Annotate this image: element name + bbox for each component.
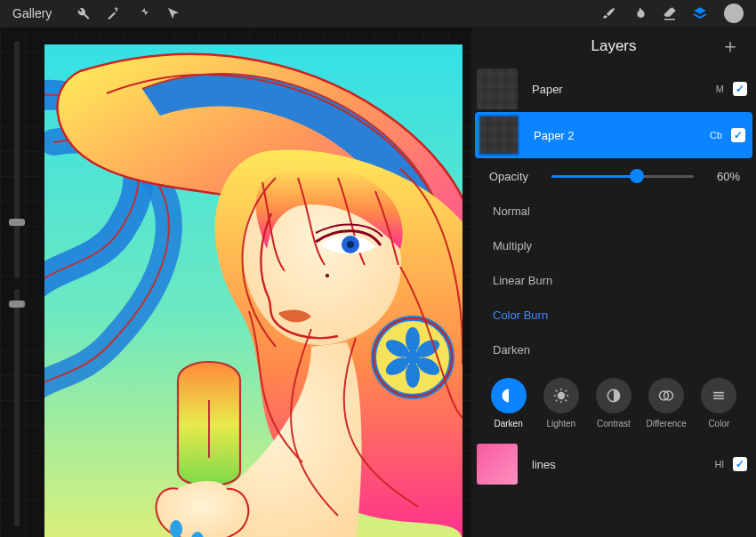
blend-category-label: Difference	[646, 419, 686, 429]
layer-visibility-checkbox[interactable]	[731, 128, 745, 142]
svg-point-13	[558, 392, 565, 399]
layer-row[interactable]: Paper M	[471, 66, 756, 112]
blend-category-difference[interactable]: Difference	[642, 378, 690, 429]
add-layer-button[interactable]: ＋	[720, 33, 740, 60]
layer-thumbnail	[479, 115, 519, 156]
layer-blend-abbr: Cb	[710, 130, 722, 140]
layer-visibility-checkbox[interactable]	[733, 457, 747, 471]
opacity-label: Opacity	[489, 170, 539, 183]
blend-category-row: Darken Lighten Contrast Difference Color	[471, 367, 756, 441]
svg-rect-25	[714, 392, 725, 394]
smudge-icon[interactable]	[624, 0, 655, 27]
color-swatch[interactable]	[724, 4, 744, 23]
blend-category-darken[interactable]: Darken	[485, 378, 533, 429]
adjustments-wand-icon[interactable]	[98, 0, 128, 27]
blend-mode-option[interactable]: Darken	[471, 333, 756, 367]
svg-point-2	[347, 241, 354, 248]
svg-line-21	[565, 390, 567, 392]
svg-line-20	[556, 400, 558, 402]
opacity-row: Opacity 60%	[471, 158, 756, 194]
opacity-slider[interactable]	[551, 167, 694, 185]
blend-category-lighten[interactable]: Lighten	[537, 378, 585, 429]
selection-icon[interactable]	[128, 0, 158, 27]
opacity-value: 60%	[706, 170, 740, 183]
eraser-icon[interactable]	[655, 0, 685, 27]
blend-category-label: Contrast	[597, 419, 631, 429]
layer-blend-abbr: Hl	[715, 459, 724, 469]
blend-category-label: Lighten	[546, 419, 575, 429]
layers-header: Layers ＋	[471, 27, 756, 66]
svg-rect-26	[714, 395, 725, 397]
svg-line-18	[556, 390, 558, 392]
topbar: Gallery	[0, 0, 756, 27]
left-sidebar	[5, 36, 28, 530]
blend-category-contrast[interactable]: Contrast	[590, 378, 638, 429]
layer-visibility-checkbox[interactable]	[733, 82, 747, 96]
layer-row[interactable]: lines Hl	[471, 441, 756, 487]
layers-icon[interactable]	[685, 0, 715, 27]
blend-category-color[interactable]: Color	[695, 378, 743, 429]
svg-line-19	[565, 400, 567, 402]
blend-mode-option[interactable]: Normal	[471, 194, 756, 228]
blend-mode-option-active[interactable]: Color Burn	[471, 298, 756, 333]
canvas[interactable]	[44, 44, 462, 537]
blend-mode-list: Normal Multiply Linear Burn Color Burn D…	[471, 194, 756, 367]
blend-category-label: Color	[708, 419, 729, 429]
blend-mode-option[interactable]: Multiply	[471, 228, 756, 263]
layer-thumbnail	[477, 444, 518, 485]
brush-icon[interactable]	[594, 0, 624, 27]
artwork-illustration	[44, 44, 462, 537]
layer-name: Paper	[532, 83, 716, 96]
layer-row-selected[interactable]: Paper 2 Cb	[475, 112, 752, 158]
layer-thumbnail	[477, 68, 518, 109]
layer-name: lines	[532, 458, 715, 471]
layer-name: Paper 2	[534, 129, 710, 142]
brush-size-slider[interactable]	[14, 41, 20, 278]
blend-category-label: Darken	[494, 419, 522, 429]
brush-opacity-slider[interactable]	[14, 289, 20, 526]
layer-blend-abbr: M	[716, 84, 724, 94]
svg-point-4	[326, 274, 329, 277]
transform-arrow-icon[interactable]	[158, 0, 189, 27]
layers-title: Layers	[591, 37, 636, 55]
gallery-link[interactable]: Gallery	[12, 6, 52, 20]
svg-rect-27	[714, 398, 725, 400]
actions-wrench-icon[interactable]	[68, 0, 98, 27]
blend-mode-option[interactable]: Linear Burn	[471, 263, 756, 298]
layers-panel: Layers ＋ Paper M Paper 2 Cb Opacity 60% …	[471, 27, 756, 537]
